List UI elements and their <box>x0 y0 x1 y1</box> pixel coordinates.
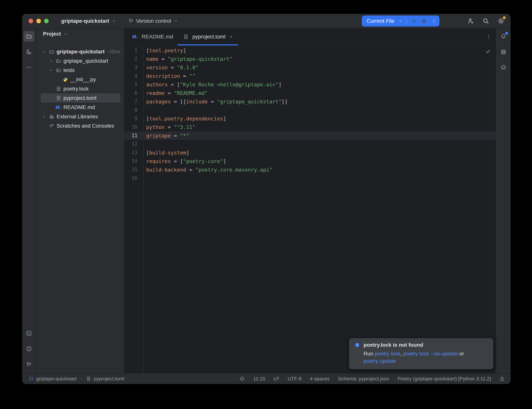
chevron-down-icon[interactable] <box>47 68 55 73</box>
more-tools-button[interactable] <box>24 62 34 73</box>
chevron-down-icon <box>398 19 403 23</box>
tab-label: README.md <box>142 34 173 40</box>
debug-button[interactable] <box>421 18 427 24</box>
code-text <box>143 140 146 149</box>
tree-item-path-hint: ~/Docume <box>107 49 120 55</box>
database-tool-button[interactable] <box>498 46 509 57</box>
tree-item-label: griptape_quickstart <box>64 58 108 64</box>
status-utf-8[interactable]: UTF-8 <box>288 376 302 382</box>
notification-link-poetry-lock-no-update[interactable]: poetry lock --no-update <box>403 351 458 357</box>
notification-link-poetry-update[interactable]: poetry update <box>364 358 396 364</box>
code-text: readme = "README.md" <box>143 89 208 97</box>
project-panel-header[interactable]: Project <box>36 28 124 39</box>
code-line-3[interactable]: 3version = "0.1.0" <box>125 63 496 72</box>
tab-readme-md[interactable]: M↓README.md <box>127 28 178 45</box>
status-label: LF <box>274 376 279 382</box>
tree-item-external-libraries[interactable]: External Libraries <box>41 112 120 121</box>
status-11-15[interactable]: 11:15 <box>253 376 265 382</box>
project-tree: griptape-quickstart~/Documegriptape_quic… <box>36 39 124 130</box>
tree-item-label: External Libraries <box>57 114 98 120</box>
chevron-down-icon <box>111 19 116 23</box>
tree-item--init-py[interactable]: __init__.py <box>41 75 120 84</box>
tree-item-label: tests <box>64 67 75 73</box>
code-text: [build-system] <box>143 149 189 157</box>
project-tool-button[interactable] <box>24 31 34 42</box>
version-control-tool-button[interactable] <box>24 359 34 370</box>
settings-button[interactable] <box>496 16 506 26</box>
info-icon <box>354 342 360 348</box>
breadcrumb: griptape-quickstart pyproject.toml <box>28 376 124 382</box>
minimize-window-button[interactable] <box>36 19 41 23</box>
tab-options-button[interactable] <box>486 34 492 40</box>
project-panel-title: Project <box>43 31 61 37</box>
code-line-2[interactable]: 2name = "griptape-quickstart" <box>125 55 496 63</box>
code-line-10[interactable]: 10python = "^3.11" <box>125 123 496 131</box>
code-line-4[interactable]: 4description = "" <box>125 72 496 80</box>
code-line-16[interactable]: 16 <box>125 174 496 183</box>
left-tool-stripe <box>22 28 36 373</box>
code-line-8[interactable]: 8 <box>125 106 496 114</box>
status-copilot[interactable] <box>239 376 245 381</box>
code-with-me-button[interactable] <box>466 16 475 26</box>
close-window-button[interactable] <box>28 19 33 23</box>
chevron-right-icon[interactable] <box>47 59 55 63</box>
library-icon <box>48 114 55 119</box>
code-line-11[interactable]: 11griptape = "*" <box>125 131 496 140</box>
python-icon <box>62 77 69 82</box>
ai-assistant-tool-button[interactable] <box>498 62 509 73</box>
code-line-1[interactable]: 1[tool.poetry] <box>125 46 496 55</box>
structure-tool-button[interactable] <box>24 46 34 57</box>
status-poetry-griptape-quickstart-python-3-11-2-[interactable]: Poetry (griptape-quickstart) [Python 3.1… <box>397 376 491 382</box>
problems-tool-button[interactable] <box>24 344 34 354</box>
code-text: griptape = "*" <box>143 131 189 140</box>
code-line-9[interactable]: 9[tool.poetry.dependencies] <box>125 114 496 123</box>
status-lf[interactable]: LF <box>274 376 279 382</box>
code-line-12[interactable]: 12 <box>125 140 496 149</box>
tree-item-griptape-quickstart[interactable]: griptape-quickstart~/Docume <box>41 47 120 56</box>
tab-pyproject-toml[interactable]: pyproject.toml <box>178 28 238 45</box>
code-line-5[interactable]: 5authors = ["Kyle Roche <hello@griptape.… <box>125 80 496 89</box>
tree-item-label: __init__.py <box>70 76 96 83</box>
status-lock-open[interactable] <box>499 376 505 381</box>
notification-link-poetry-lock[interactable]: poetry lock <box>375 351 400 357</box>
tree-item-griptape-quickstart[interactable]: griptape_quickstart <box>41 56 120 65</box>
run-button[interactable] <box>411 18 417 24</box>
tree-item-scratches-and-consoles[interactable]: Scratches and Consoles <box>41 121 120 130</box>
code-line-14[interactable]: 14requires = ["poetry-core"] <box>125 157 496 166</box>
code-text: requires = ["poetry-core"] <box>143 157 226 166</box>
line-number: 2 <box>125 55 143 63</box>
tree-item-readme-md[interactable]: M↓README.md <box>41 103 120 112</box>
notifications-tool-button[interactable] <box>498 31 509 42</box>
tree-item-label: README.md <box>64 104 95 110</box>
project-selector[interactable]: griptape-quickstart <box>58 17 119 26</box>
status-schema-pyproject-json[interactable]: Schema: pyproject.json <box>338 376 389 382</box>
chevron-right-icon[interactable] <box>41 114 48 119</box>
search-everywhere-button[interactable] <box>481 16 491 26</box>
code-line-13[interactable]: 13[build-system] <box>125 149 496 157</box>
tree-item-tests[interactable]: tests <box>41 65 120 75</box>
code-line-7[interactable]: 7packages = [{include = "griptape_quicks… <box>125 97 496 106</box>
chevron-right-icon <box>79 377 83 381</box>
breadcrumb-file[interactable]: pyproject.toml <box>94 376 124 382</box>
chevron-down-icon[interactable] <box>41 49 48 54</box>
notification-title: poetry.lock is not found <box>364 342 423 348</box>
code-line-15[interactable]: 15build-backend = "poetry.core.masonry.a… <box>125 166 496 174</box>
close-icon[interactable] <box>229 35 233 39</box>
zoom-window-button[interactable] <box>44 19 49 23</box>
editor-body[interactable]: 1[tool.poetry]2name = "griptape-quicksta… <box>125 46 496 373</box>
status-4-spaces[interactable]: 4 spaces <box>310 376 330 382</box>
editor-tab-bar: M↓README.mdpyproject.toml <box>125 28 496 46</box>
tree-item-pyproject-toml[interactable]: pyproject.toml <box>41 93 120 103</box>
line-number: 7 <box>125 97 143 106</box>
more-run-options-button[interactable] <box>431 18 437 24</box>
code-line-6[interactable]: 6readme = "README.md" <box>125 89 496 97</box>
breadcrumb-project[interactable]: griptape-quickstart <box>36 376 77 382</box>
terminal-tool-button[interactable] <box>24 328 34 339</box>
line-number: 5 <box>125 80 143 89</box>
markdown-icon: M↓ <box>131 34 139 39</box>
vcs-selector[interactable]: Version control <box>126 17 181 26</box>
run-configuration-widget[interactable]: Current File <box>362 16 440 27</box>
tree-item-poetry-lock[interactable]: poetry.lock <box>41 84 120 93</box>
line-number: 15 <box>125 166 143 174</box>
toml-icon <box>182 34 190 39</box>
